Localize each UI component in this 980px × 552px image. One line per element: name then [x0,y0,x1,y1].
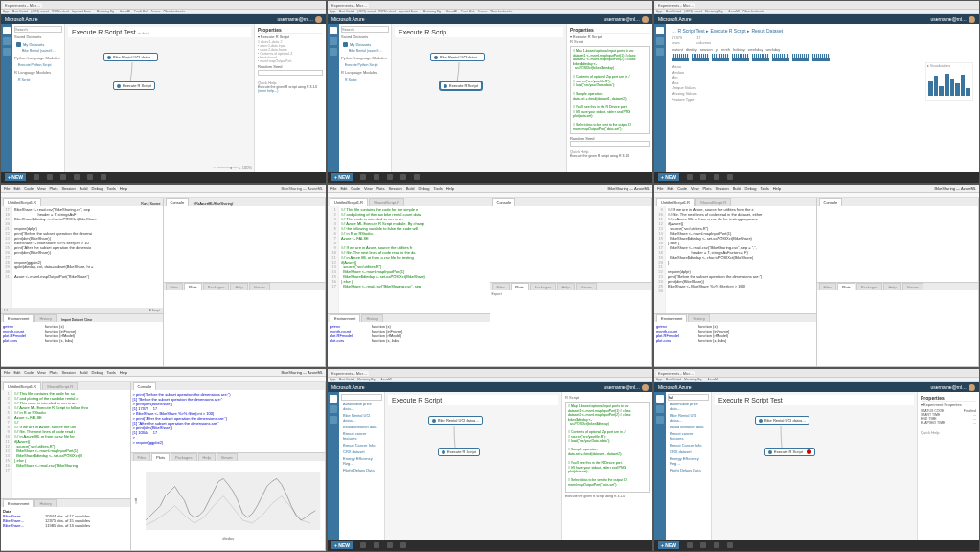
editor-tab[interactable]: UntitledScript1.R [656,198,695,206]
console-pane[interactable]: > print("Before the subset operation the… [131,390,325,452]
dataset-node[interactable]: Bike Rental UCI datas… [428,416,483,425]
user-name[interactable]: username@ml… [277,16,313,22]
publish-icon[interactable] [87,174,93,180]
console-pane[interactable] [490,206,652,282]
palette-item[interactable]: Bike Rental (saved f… [341,48,389,54]
browser-tabs[interactable]: Experiments - Micr… [654,1,979,10]
palette-item[interactable]: My Datasets [341,41,389,48]
discard-icon[interactable] [60,174,66,180]
random-seed-input[interactable] [570,141,650,147]
editor-tabs[interactable]: UntitledScript1.RRun | Source [1,198,163,206]
browser-tabs[interactable]: Experiments - Micr… [328,1,652,10]
history-tab[interactable]: History [34,314,56,322]
new-button[interactable]: + NEW [5,173,26,181]
experiment-canvas[interactable]: Execute R Scrip… Bike Rental UCI datas… … [392,24,566,172]
environment-pane[interactable]: getmvfunction (x) month.countfunction (i… [1,322,163,366]
console-pane[interactable] [817,206,979,282]
palette-item[interactable]: R Script [341,77,389,82]
new-button[interactable]: + NEW [331,173,353,181]
environment-pane[interactable]: getmvfunction (x) month.countfunction (i… [328,322,490,366]
gear-icon[interactable] [3,48,11,56]
avatar[interactable] [642,384,649,391]
avatar[interactable] [315,16,322,23]
save-icon[interactable] [34,174,39,180]
env-tab[interactable]: Environment [3,314,34,322]
flask-icon[interactable] [3,27,11,34]
help-tab[interactable]: Help [230,283,247,290]
zoom-controls[interactable]: − ─────●── + 100% [214,165,253,170]
section-header[interactable]: ▾ Execute R Script [258,34,323,39]
menu-bar[interactable]: FileEditCodeViewPlotsSessionBuildDebugTo… [1,369,326,377]
console-tab[interactable]: Console [166,198,190,206]
menu-bar[interactable]: FileEditCodeViewPlotsSessionBuildDebugTo… [328,185,652,193]
random-seed-input[interactable] [258,70,323,76]
browser-tabs[interactable]: Experiments - Micr… [1,1,326,10]
search-input[interactable] [341,26,389,33]
plots-tab[interactable]: Plots [184,283,202,290]
console-pane[interactable] [164,206,326,282]
avatar[interactable] [969,384,975,391]
dataset-node[interactable]: Bike Rental UCI datas… [103,53,158,61]
globe-icon[interactable] [330,37,337,45]
new-button[interactable]: + NEW [331,541,353,549]
module-node[interactable]: Execute R Script [113,81,155,90]
menu-bar[interactable]: FileEditCodeViewPlotsSessionBuildDebugTo… [654,185,979,193]
browser-tabs[interactable]: Experiments - Micr… [654,369,979,378]
experiment-canvas[interactable]: Execute R Script Test in draft Bike Rent… [65,24,254,172]
palette-item[interactable]: My Datasets [14,41,62,48]
palette-item[interactable]: Execute Python Script [341,62,389,68]
environment-pane[interactable]: Data BikeShare10344 obs. of 17 variables… [1,507,130,550]
module-palette[interactable]: Saved Datasets My Datasets Bike Rental (… [12,24,65,172]
source-editor[interactable]: 1234567891011121314151617 ## This file c… [328,206,490,313]
module-node-error[interactable]: Execute R Script [764,448,815,456]
flask-icon[interactable] [330,27,337,34]
module-palette[interactable]: Saved Datasets My Datasets Bike Rental (… [339,24,392,172]
dataset-node[interactable]: Bike Rental UCI datas… [755,416,809,425]
more-help-link[interactable]: (more help…) [258,89,323,93]
dataset-node[interactable]: Bike Rental UCI datas… [430,53,485,61]
files-tab[interactable]: Files [166,283,183,290]
module-palette[interactable]: Automobile price data… Bike Rental UCI d… [666,392,712,540]
module-palette[interactable]: Automobile price data… Bike Rental UCI d… [339,392,385,540]
run-icon[interactable] [74,174,80,180]
breadcrumb[interactable]: … R Script Test ▸ Execute R Script ▸ Res… [672,28,973,34]
editor-tab[interactable]: UntitledScript1.R [3,198,41,206]
palette-item[interactable]: Bike Rental (saved f… [14,48,62,54]
export-button[interactable]: Export [492,292,502,296]
cancel-icon[interactable] [101,174,106,180]
module-node-selected[interactable]: Execute R Script [440,81,482,90]
new-button[interactable]: + NEW [658,173,679,181]
browser-tabs[interactable]: Experiments - Micr… [328,369,652,378]
experiment-canvas[interactable]: Execute R Script Bike Rental UCI datas… … [385,392,561,540]
save-as-icon[interactable] [47,174,53,180]
left-rail[interactable] [1,24,12,172]
column-headers[interactable]: instantdtedayseasonyrmnthholidayweekdayw… [672,47,973,52]
viewer-tab[interactable]: Viewer [249,283,270,290]
palette-group[interactable]: R Language Modules [14,70,62,75]
gear-icon[interactable] [330,48,337,56]
source-editor[interactable]: 1234567891011121314151617 ## This file c… [1,390,130,498]
experiment-title[interactable]: Execute R Scrip… [395,27,563,37]
avatar[interactable] [642,16,649,23]
editor-tab[interactable]: SharedScript.R [369,198,404,206]
command-bar[interactable]: + NEW [1,172,326,183]
palette-item[interactable]: Execute Python Script [14,62,62,68]
left-rail[interactable] [654,24,666,172]
search-input[interactable] [341,394,382,401]
error-icon[interactable] [807,449,811,454]
editor-tab[interactable]: UntitledScript1.R [3,382,41,390]
palette-item[interactable]: R Script [14,77,62,82]
new-button[interactable]: + NEW [658,541,679,549]
r-script-editor[interactable]: # Map 1-based optional input ports to va… [565,402,650,493]
environment-pane[interactable]: getmvfunction (x) month.countfunction (i… [654,322,816,366]
palette-group[interactable]: Python Language Modules [14,56,62,60]
experiment-canvas[interactable]: Execute R Script Test Bike Rental UCI da… [712,392,917,540]
module-node[interactable]: Execute R Script [438,448,480,456]
source-editor[interactable]: 171819202122232425262728293031 BikeShare… [1,206,163,308]
editor-tab[interactable]: UntitledScript1.R [330,198,368,206]
avatar[interactable] [969,16,975,23]
packages-tab[interactable]: Packages [203,283,230,290]
search-input[interactable] [668,394,709,401]
palette-group[interactable]: Saved Datasets [14,34,62,39]
section-header[interactable]: ▾ Experiment Properties [921,402,976,407]
